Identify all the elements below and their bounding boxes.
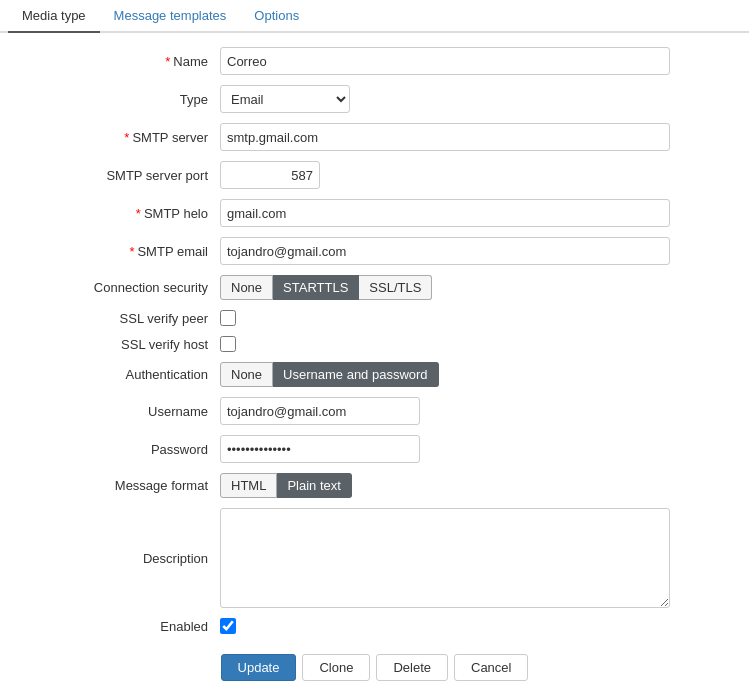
password-row: Password (20, 435, 729, 463)
type-select[interactable]: Email SMS Jabber (220, 85, 350, 113)
cancel-button[interactable]: Cancel (454, 654, 528, 681)
smtp-helo-label: *SMTP helo (20, 206, 220, 221)
type-label: Type (20, 92, 220, 107)
action-buttons: Update Clone Delete Cancel (20, 654, 729, 700)
format-plaintext-button[interactable]: Plain text (277, 473, 351, 498)
tab-bar: Media type Message templates Options (0, 0, 749, 33)
message-format-group: HTML Plain text (220, 473, 352, 498)
conn-sec-none-button[interactable]: None (220, 275, 273, 300)
ssl-verify-host-checkbox[interactable] (220, 336, 236, 352)
smtp-email-label: *SMTP email (20, 244, 220, 259)
message-format-label: Message format (20, 478, 220, 493)
ssl-verify-host-label: SSL verify host (20, 337, 220, 352)
smtp-helo-row: *SMTP helo (20, 199, 729, 227)
authentication-label: Authentication (20, 367, 220, 382)
auth-userpass-button[interactable]: Username and password (273, 362, 439, 387)
name-row: *Name (20, 47, 729, 75)
smtp-server-row: *SMTP server (20, 123, 729, 151)
form-body: *Name Type Email SMS Jabber *SMTP server… (0, 33, 749, 700)
username-row: Username (20, 397, 729, 425)
smtp-server-label: *SMTP server (20, 130, 220, 145)
smtp-helo-input[interactable] (220, 199, 670, 227)
authentication-group: None Username and password (220, 362, 439, 387)
authentication-row: Authentication None Username and passwor… (20, 362, 729, 387)
required-star-helo: * (136, 206, 141, 221)
auth-none-button[interactable]: None (220, 362, 273, 387)
smtp-server-input[interactable] (220, 123, 670, 151)
description-label: Description (20, 551, 220, 566)
connection-security-label: Connection security (20, 280, 220, 295)
description-row: Description (20, 508, 729, 608)
smtp-email-input[interactable] (220, 237, 670, 265)
tab-media-type[interactable]: Media type (8, 0, 100, 33)
ssl-verify-host-row: SSL verify host (20, 336, 729, 352)
enabled-row: Enabled (20, 618, 729, 634)
enabled-label: Enabled (20, 619, 220, 634)
delete-button[interactable]: Delete (376, 654, 448, 681)
update-button[interactable]: Update (221, 654, 297, 681)
clone-button[interactable]: Clone (302, 654, 370, 681)
conn-sec-ssltls-button[interactable]: SSL/TLS (359, 275, 432, 300)
type-row: Type Email SMS Jabber (20, 85, 729, 113)
ssl-verify-peer-checkbox[interactable] (220, 310, 236, 326)
password-input[interactable] (220, 435, 420, 463)
name-label: *Name (20, 54, 220, 69)
username-input[interactable] (220, 397, 420, 425)
smtp-email-row: *SMTP email (20, 237, 729, 265)
smtp-port-label: SMTP server port (20, 168, 220, 183)
description-textarea[interactable] (220, 508, 670, 608)
required-star-smtp: * (124, 130, 129, 145)
enabled-checkbox[interactable] (220, 618, 236, 634)
name-input[interactable] (220, 47, 670, 75)
connection-security-group: None STARTTLS SSL/TLS (220, 275, 432, 300)
message-format-row: Message format HTML Plain text (20, 473, 729, 498)
password-label: Password (20, 442, 220, 457)
required-star-email: * (129, 244, 134, 259)
tab-options[interactable]: Options (240, 0, 313, 33)
connection-security-row: Connection security None STARTTLS SSL/TL… (20, 275, 729, 300)
smtp-port-input[interactable] (220, 161, 320, 189)
required-star-name: * (165, 54, 170, 69)
smtp-port-row: SMTP server port (20, 161, 729, 189)
tab-message-templates[interactable]: Message templates (100, 0, 241, 33)
username-label: Username (20, 404, 220, 419)
format-html-button[interactable]: HTML (220, 473, 277, 498)
ssl-verify-peer-label: SSL verify peer (20, 311, 220, 326)
conn-sec-starttls-button[interactable]: STARTTLS (273, 275, 359, 300)
ssl-verify-peer-row: SSL verify peer (20, 310, 729, 326)
